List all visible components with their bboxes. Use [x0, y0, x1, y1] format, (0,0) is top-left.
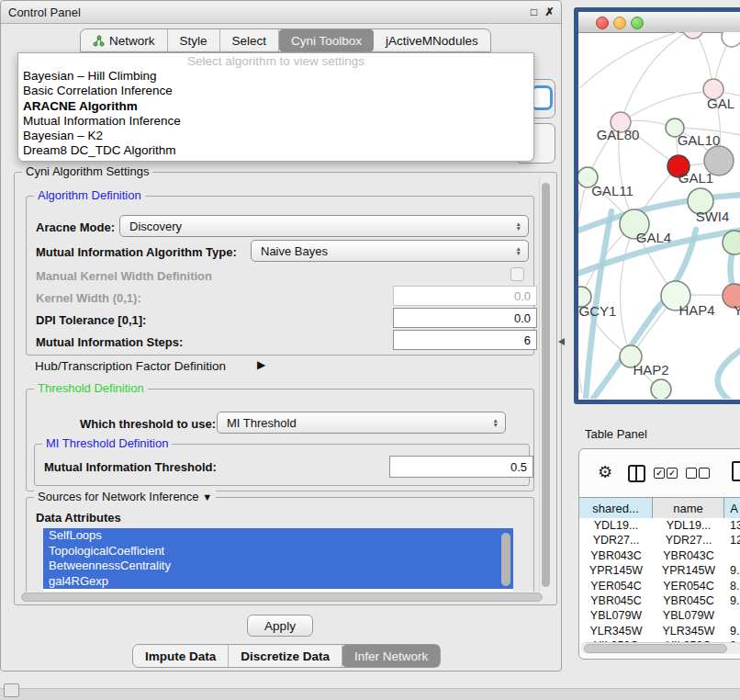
tab-network[interactable]: Network: [81, 29, 168, 51]
network-node-green-bottom[interactable]: [651, 379, 671, 399]
tab-select[interactable]: Select: [220, 29, 280, 51]
tab-cyni-toolbox[interactable]: Cyni Toolbox: [279, 29, 374, 51]
table-row[interactable]: YER054CYER054C8.: [579, 579, 740, 593]
algorithm-option[interactable]: Mutual Information Inference: [18, 114, 533, 129]
tab-jactivemnodules[interactable]: jActiveMNodules: [374, 29, 490, 51]
settings-hscrollbar[interactable]: [18, 592, 549, 603]
table-row[interactable]: YDL19...YDL19...13: [579, 518, 740, 533]
table-row[interactable]: YDR27...YDR27...12: [579, 533, 740, 548]
hub-definition-toggle-label[interactable]: Hub/Transcription Factor Definition: [35, 359, 226, 373]
table-body: YDL19...YDL19...13YDR27...YDR27...12YBR0…: [579, 518, 740, 642]
data-attributes-list[interactable]: SelfLoopsTopologicalCoefficientBetweenne…: [43, 528, 513, 593]
attribute-list-item[interactable]: gal4RGexp: [43, 574, 513, 590]
kernel-width-field[interactable]: 0.0: [393, 286, 537, 306]
algorithm-option[interactable]: ARACNE Algorithm: [18, 99, 533, 114]
checked-checkbox-icon[interactable]: ✓: [667, 468, 678, 479]
table-cell: 12: [724, 533, 740, 548]
mi-threshold-field[interactable]: 0.5: [389, 456, 533, 478]
table-cell: YBL079W: [653, 608, 724, 623]
column-header[interactable]: A: [724, 498, 740, 519]
attributes-scrollbar-thumb[interactable]: [501, 533, 510, 586]
algorithm-option[interactable]: Bayesian – K2: [18, 129, 533, 143]
table-row[interactable]: YPR145WYPR145W9.: [579, 563, 740, 578]
gear-icon[interactable]: ⚙: [598, 462, 612, 482]
dpi-tolerance-field[interactable]: 0.0: [393, 308, 537, 328]
unchecked-checkbox-icon[interactable]: [699, 468, 710, 479]
attribute-list-item[interactable]: BetweennessCentrality: [43, 559, 513, 574]
unchecked-checkbox-icon[interactable]: [686, 468, 697, 479]
table-cell: YDR27...: [579, 533, 653, 548]
column-header[interactable]: shared...: [579, 498, 653, 519]
node-label: SWI4: [696, 209, 730, 224]
zoom-traffic-light-icon[interactable]: [631, 17, 644, 29]
kernel-width-label: Kernel Width (0,1):: [36, 291, 141, 305]
network-window-titlebar[interactable]: [578, 12, 740, 33]
sources-collapse-arrow-icon: ▼: [202, 491, 212, 502]
sources-title[interactable]: Sources for Network Inference ▼: [34, 490, 216, 503]
panel-title: Control Panel: [8, 6, 81, 19]
algorithm-dropdown-popup: Select algorithm to view settings Bayesi…: [17, 52, 534, 162]
which-threshold-select[interactable]: MI Threshold ▲▼: [217, 412, 506, 434]
table-cell: 9.: [724, 563, 740, 578]
tab-label: Infer Network: [354, 649, 428, 663]
network-canvas[interactable]: GALGAL80GAL10GAL1GAL11SWI4GAL4GCY1HAP4YH…: [578, 32, 740, 399]
table-cell: 8.: [724, 579, 740, 593]
table-row[interactable]: YBR043CYBR043C: [579, 548, 740, 563]
node-label: GAL80: [597, 127, 640, 142]
node-label: HAP2: [633, 362, 668, 378]
settings-hscrollbar-thumb[interactable]: [21, 593, 543, 602]
aracne-mode-select[interactable]: Discovery ▲▼: [119, 215, 529, 237]
table-cell: YBR043C: [653, 548, 724, 563]
table-row[interactable]: YBL079WYBL079W: [579, 608, 740, 623]
columns-icon[interactable]: [628, 465, 645, 482]
dpi-tolerance-value: 0.0: [514, 311, 531, 325]
tab-impute-data[interactable]: Impute Data: [133, 645, 229, 667]
attribute-list-item[interactable]: SelfLoops: [43, 528, 513, 544]
algorithm-option[interactable]: Bayesian – Hill Climbing: [18, 69, 533, 84]
table-cell: YER054C: [579, 579, 653, 593]
table-row[interactable]: YBR045CYBR045C9.: [579, 593, 740, 608]
algorithm-definition-group: Algorithm Definition Aracne Mode: Discov…: [26, 196, 534, 356]
hub-expand-arrow-icon[interactable]: ▶: [257, 358, 265, 371]
tab-infer-network[interactable]: Infer Network: [342, 645, 440, 667]
document-icon[interactable]: [732, 461, 740, 481]
table-hscrollbar-thumb[interactable]: [584, 644, 727, 653]
manual-kernel-checkbox[interactable]: [510, 267, 524, 281]
mi-steps-field[interactable]: 6: [393, 330, 537, 350]
table-header: shared...nameA: [579, 497, 740, 520]
settings-scrollbar-thumb[interactable]: [542, 183, 550, 587]
tab-label: Impute Data: [145, 649, 216, 663]
close-icon[interactable]: ✗: [543, 5, 556, 18]
minimize-traffic-light-icon[interactable]: [613, 17, 626, 29]
column-header[interactable]: name: [653, 498, 724, 519]
settings-scrollbar[interactable]: [539, 175, 553, 600]
mi-algorithm-type-select[interactable]: Naive Bayes ▲▼: [251, 240, 529, 262]
mi-steps-value: 6: [524, 333, 531, 347]
close-traffic-light-icon[interactable]: [596, 17, 609, 29]
checked-checkbox-icon[interactable]: ✓: [654, 468, 665, 479]
tab-style[interactable]: Style: [168, 29, 220, 51]
table-row[interactable]: YLR345WYLR345W9.: [579, 624, 740, 638]
algorithm-option[interactable]: Dream8 DC_TDC Algorithm: [18, 143, 533, 158]
node-label: Y: [734, 302, 740, 318]
algorithm-option[interactable]: Basic Correlation Inference: [18, 84, 533, 98]
network-node-gray[interactable]: [704, 146, 734, 175]
apply-button[interactable]: Apply: [247, 615, 313, 637]
collapse-panel-icon[interactable]: [4, 683, 19, 697]
popup-hint: Select algorithm to view settings: [18, 53, 533, 69]
network-icon: [93, 35, 105, 47]
float-icon[interactable]: □: [527, 5, 541, 18]
network-node-green-right[interactable]: [723, 231, 740, 254]
attribute-list-item[interactable]: TopologicalCoefficient: [43, 544, 513, 559]
kernel-width-value: 0.0: [514, 289, 531, 303]
control-panel-titlebar[interactable]: Control Panel □ ✗: [1, 1, 561, 24]
table-cell: YDR27...: [653, 533, 724, 548]
table-cell: YBL079W: [579, 608, 653, 623]
table-cell: YBR045C: [653, 593, 724, 608]
network-node-pink-top[interactable]: [683, 32, 703, 39]
node-label: GAL4: [636, 230, 671, 245]
which-threshold-label: Which threshold to use:: [80, 417, 216, 431]
tab-discretize-data[interactable]: Discretize Data: [229, 645, 342, 667]
table-hscrollbar[interactable]: [581, 642, 740, 654]
network-node-outline-top[interactable]: [722, 32, 740, 47]
